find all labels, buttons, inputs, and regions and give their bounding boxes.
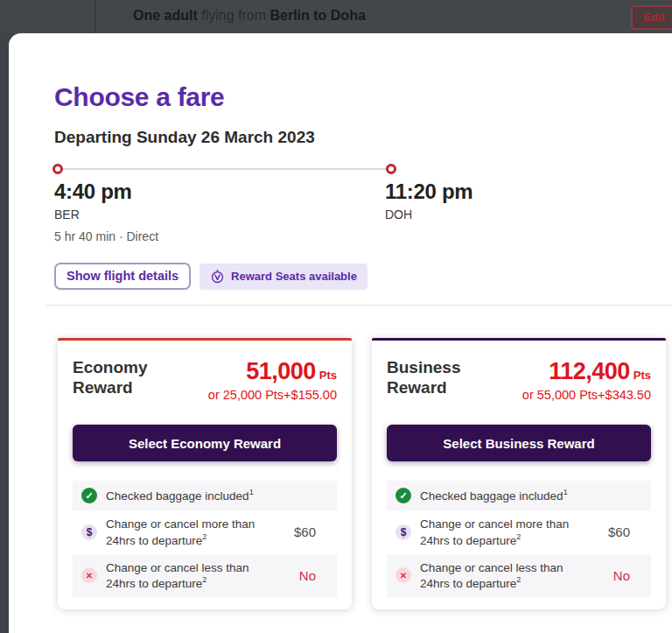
timeline-departure-dot — [52, 164, 63, 174]
reward-seats-badge-label: Reward Seats available — [231, 270, 357, 283]
flight-duration: 5 hr 40 min · Direct — [54, 229, 158, 243]
departure-airport-code: BER — [54, 207, 132, 222]
points-unit: Pts — [634, 369, 651, 382]
flight-actions-row: Show flight details Reward Seats availab… — [54, 263, 368, 290]
fare-card-business: Business Reward 112,400Pts or 55,000 Pts… — [372, 338, 666, 609]
fare-name: Business Reward — [387, 358, 496, 402]
feature-label: Checked baggage included1 — [420, 488, 588, 503]
feature-row: ✕ Change or cancel less than 24hrs to de… — [73, 554, 337, 598]
check-icon: ✓ — [396, 488, 411, 503]
fare-cards: Economy Reward 51,000Pts or 25,000 Pts+$… — [58, 338, 666, 609]
feature-label: Change or cancel more than 24hrs to depa… — [420, 517, 588, 548]
edit-button[interactable]: Edit — [631, 5, 672, 30]
departure-info: 4:40 pm BER — [54, 179, 132, 222]
fare-name: Economy Reward — [73, 358, 182, 402]
section-divider — [46, 305, 672, 306]
reward-seats-badge: Reward Seats available — [200, 264, 368, 290]
show-flight-details-button[interactable]: Show flight details — [54, 263, 191, 290]
feature-value: $60 — [294, 524, 328, 539]
feature-value: No — [299, 568, 328, 583]
feature-row: ✕ Change or cancel less than 24hrs to de… — [387, 554, 651, 598]
feature-row: ✓ Checked baggage included1 — [73, 481, 337, 510]
feature-label: Change or cancel more than 24hrs to depa… — [106, 517, 274, 548]
feature-label: Change or cancel less than 24hrs to depa… — [106, 560, 274, 592]
timeline-arrival-dot — [386, 164, 396, 174]
alternative-price: or 55,000 Pts+$343.50 — [522, 388, 651, 402]
fare-card-header: Economy Reward 51,000Pts or 25,000 Pts+$… — [73, 358, 337, 402]
feature-row: $ Change or cancel more than 24hrs to de… — [73, 510, 337, 554]
fare-features: ✓ Checked baggage included1 $ Change or … — [73, 481, 337, 597]
feature-value: $60 — [608, 524, 642, 539]
arrival-airport-code: DOH — [385, 207, 472, 222]
arrival-info: 11:20 pm DOH — [385, 179, 472, 222]
fare-price: 51,000Pts or 25,000 Pts+$155.00 — [208, 358, 337, 402]
alternative-price: or 25,000 Pts+$155.00 — [208, 388, 337, 402]
trip-summary-text: One adult flying from Berlin to Doha — [133, 8, 366, 24]
trip-route: Berlin to Doha — [270, 8, 365, 23]
feature-row: ✓ Checked baggage included1 — [387, 481, 651, 510]
cross-icon: ✕ — [396, 567, 411, 583]
trip-summary-bar: One adult flying from Berlin to Doha Edi… — [0, 0, 672, 33]
feature-label: Checked baggage included1 — [106, 488, 274, 503]
fare-features: ✓ Checked baggage included1 $ Change or … — [387, 481, 651, 597]
screen: One adult flying from Berlin to Doha Edi… — [0, 0, 672, 633]
dollar-icon: $ — [81, 524, 97, 540]
points-price: 51,000 — [246, 358, 316, 384]
fare-card-header: Business Reward 112,400Pts or 55,000 Pts… — [387, 358, 651, 402]
select-economy-reward-button[interactable]: Select Economy Reward — [73, 425, 337, 461]
passenger-count: One adult — [133, 8, 198, 23]
trip-connector: flying from — [198, 8, 270, 23]
choose-fare-modal: Choose a fare Departing Sunday 26 March … — [9, 33, 672, 633]
feature-label: Change or cancel less than 24hrs to depa… — [420, 560, 588, 592]
points-price: 112,400 — [549, 358, 630, 384]
check-icon: ✓ — [81, 488, 97, 503]
departing-date: Departing Sunday 26 March 2023 — [54, 128, 315, 147]
velocity-icon — [210, 269, 225, 284]
points-unit: Pts — [319, 369, 337, 382]
feature-row: $ Change or cancel more than 24hrs to de… — [387, 510, 651, 554]
topbar-divider — [94, 0, 96, 33]
select-business-reward-button[interactable]: Select Business Reward — [387, 425, 651, 461]
fare-card-economy: Economy Reward 51,000Pts or 25,000 Pts+$… — [58, 338, 352, 609]
page-title: Choose a fare — [54, 82, 225, 112]
feature-value: No — [613, 568, 642, 583]
dollar-icon: $ — [396, 524, 411, 540]
fare-price: 112,400Pts or 55,000 Pts+$343.50 — [522, 358, 651, 402]
cross-icon: ✕ — [81, 567, 97, 583]
departure-time: 4:40 pm — [54, 179, 132, 204]
arrival-time: 11:20 pm — [385, 179, 472, 204]
timeline-line — [58, 168, 391, 170]
